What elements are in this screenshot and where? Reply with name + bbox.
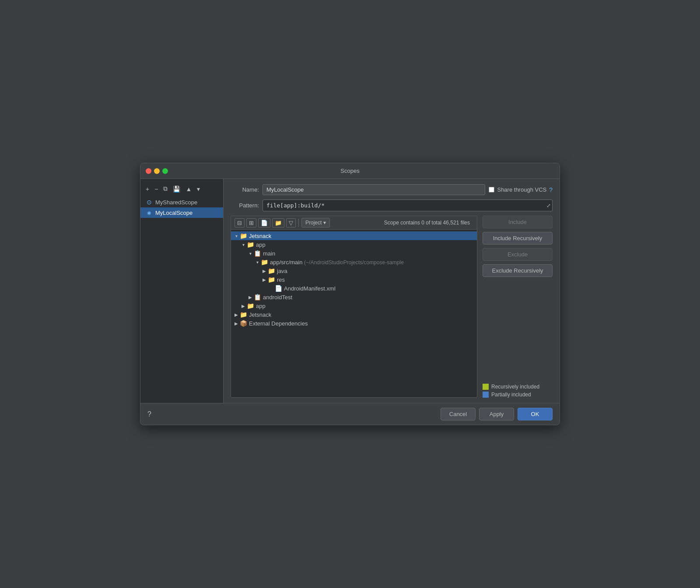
tree-row[interactable]: 📄 AndroidManifest.xml xyxy=(231,284,477,293)
scopes-dialog: Scopes + − ⧉ 💾 ▲ ▾ ⊙ MySharedScope ◉ MyL… xyxy=(140,163,560,425)
tree-row[interactable]: ▶ 📁 app xyxy=(231,301,477,310)
tree-content: ▾ 📁 Jetsnack ▾ 📁 app xyxy=(231,230,477,329)
tree-row[interactable]: ▾ 📁 app/src/main (~/AndroidStudioProject… xyxy=(231,258,477,266)
sidebar-toolbar: + − ⧉ 💾 ▲ ▾ xyxy=(140,182,223,195)
source-folder-icon: 📋 xyxy=(254,250,261,257)
vcs-label: Share through VCS xyxy=(497,186,546,193)
project-selector-button[interactable]: Project ▾ xyxy=(301,218,330,228)
folder-icon: 📁 xyxy=(268,267,275,274)
tree-arrow-icon: ▾ xyxy=(247,251,254,256)
tree-arrow-icon: ▾ xyxy=(254,260,261,265)
name-input[interactable] xyxy=(262,184,485,195)
tree-panel: ⊟ ⊞ 📄 📁 ▽ Project ▾ Scope contains 0 of … xyxy=(231,216,477,398)
tree-item-label: java xyxy=(277,268,287,274)
close-button[interactable] xyxy=(146,168,151,174)
side-buttons-panel: Include Include Recursively Exclude Excl… xyxy=(483,216,553,398)
dialog-body: + − ⧉ 💾 ▲ ▾ ⊙ MySharedScope ◉ MyLocalSco… xyxy=(140,179,560,403)
folder-icon: 📁 xyxy=(247,241,254,248)
sidebar-item-mylocalscope[interactable]: ◉ MyLocalScope xyxy=(140,207,223,218)
local-scope-label: MyLocalScope xyxy=(155,210,192,216)
include-recursively-button[interactable]: Include Recursively xyxy=(483,232,553,245)
maximize-button[interactable] xyxy=(162,168,168,174)
tree-arrow-icon: ▶ xyxy=(261,269,268,273)
tree-item-label: app/src/main (~/AndroidStudioProjects/co… xyxy=(270,259,404,266)
legend-item-recursive: Recursively included xyxy=(483,384,553,390)
tree-arrow-icon: ▶ xyxy=(247,295,254,300)
tree-row[interactable]: ▾ 📁 app xyxy=(231,240,477,249)
remove-scope-button[interactable]: − xyxy=(153,185,160,193)
vcs-check-wrap: Share through VCS ? xyxy=(489,186,553,193)
tree-row[interactable]: ▶ 📁 Jetsnack xyxy=(231,310,477,319)
tree-row[interactable]: ▶ 📁 java xyxy=(231,266,477,275)
name-row: Name: Share through VCS ? xyxy=(231,184,553,195)
scope-info: Scope contains 0 of total 46,521 files xyxy=(332,220,473,226)
tree-row[interactable]: ▶ 📁 res xyxy=(231,275,477,284)
vcs-help-icon[interactable]: ? xyxy=(549,186,553,193)
tree-arrow-icon: ▶ xyxy=(240,304,247,308)
tree-item-label: AndroidManifest.xml xyxy=(284,285,336,292)
title-bar: Scopes xyxy=(140,163,560,179)
folder-icon: 📁 xyxy=(268,276,275,283)
cancel-button[interactable]: Cancel xyxy=(441,408,476,420)
exclude-recursively-button[interactable]: Exclude Recursively xyxy=(483,264,553,277)
vcs-checkbox[interactable] xyxy=(489,187,494,192)
legend-item-partial: Partially included xyxy=(483,392,553,398)
collapse-all-button[interactable]: ⊟ xyxy=(234,218,245,228)
tree-item-label: app xyxy=(256,242,266,248)
move-down-button[interactable]: ▾ xyxy=(195,185,202,193)
pattern-expand-button[interactable]: ⤢ xyxy=(546,203,551,209)
content-area: ⊟ ⊞ 📄 📁 ▽ Project ▾ Scope contains 0 of … xyxy=(231,216,553,398)
tree-row[interactable]: ▾ 📁 Jetsnack xyxy=(231,231,477,240)
tree-item-label: Jetsnack xyxy=(249,312,271,318)
tree-row[interactable]: ▶ 📋 androidTest xyxy=(231,293,477,301)
pattern-label: Pattern: xyxy=(231,202,259,209)
project-selector-label: Project xyxy=(305,220,322,226)
pattern-input[interactable] xyxy=(262,200,553,211)
toolbar-separator xyxy=(298,219,299,227)
dialog-footer: ? Cancel Apply OK xyxy=(140,403,560,425)
expand-selected-button[interactable]: ⊞ xyxy=(246,218,256,228)
legend-panel: Recursively included Partially included xyxy=(483,384,553,398)
help-button[interactable]: ? xyxy=(147,410,151,418)
tree-item-label: External Dependencies xyxy=(249,320,308,327)
tree-arrow-icon: ▶ xyxy=(233,321,240,326)
minimize-button[interactable] xyxy=(154,168,160,174)
tree-toolbar: ⊟ ⊞ 📄 📁 ▽ Project ▾ Scope contains 0 of … xyxy=(231,216,477,230)
add-scope-button[interactable]: + xyxy=(144,185,151,193)
tree-row[interactable]: ▾ 📋 main xyxy=(231,249,477,258)
filter-button[interactable]: ▽ xyxy=(286,218,296,228)
pattern-input-wrap: ⤢ xyxy=(262,200,553,211)
legend-label-recursive: Recursively included xyxy=(491,384,539,390)
shared-scope-icon: ⊙ xyxy=(146,199,153,206)
folder-icon: 📁 xyxy=(261,259,268,266)
xml-file-icon: 📄 xyxy=(275,285,282,292)
shared-scope-label: MySharedScope xyxy=(155,199,197,206)
legend-color-recursive xyxy=(483,384,489,390)
pattern-row: Pattern: ⤢ xyxy=(231,200,553,211)
save-scope-button[interactable]: 💾 xyxy=(171,185,182,193)
legend-color-partial xyxy=(483,392,489,398)
dialog-title: Scopes xyxy=(340,168,359,174)
folder-icon: 📁 xyxy=(247,302,254,309)
copy-scope-button[interactable]: ⧉ xyxy=(161,184,169,193)
tree-arrow-icon: ▶ xyxy=(261,277,268,282)
tree-arrow-icon: ▾ xyxy=(233,234,240,238)
folder-icon: 📁 xyxy=(240,311,247,318)
source-folder-icon: 📋 xyxy=(254,294,261,301)
sidebar-item-mysharedscope[interactable]: ⊙ MySharedScope xyxy=(140,197,223,207)
move-up-button[interactable]: ▲ xyxy=(184,185,193,193)
tree-item-label: Jetsnack xyxy=(249,233,271,239)
mark-folder-button[interactable]: 📁 xyxy=(272,218,284,228)
name-label: Name: xyxy=(231,186,259,193)
mark-file-button[interactable]: 📄 xyxy=(258,218,270,228)
ok-button[interactable]: OK xyxy=(518,408,553,420)
exclude-button[interactable]: Exclude xyxy=(483,248,553,261)
tree-item-label: app xyxy=(256,303,266,309)
tree-arrow-icon: ▶ xyxy=(233,312,240,317)
include-button[interactable]: Include xyxy=(483,216,553,228)
tree-row[interactable]: ▶ 📦 External Dependencies xyxy=(231,319,477,328)
legend-label-partial: Partially included xyxy=(491,392,531,398)
apply-button[interactable]: Apply xyxy=(479,408,514,420)
window-controls xyxy=(146,168,168,174)
sidebar: + − ⧉ 💾 ▲ ▾ ⊙ MySharedScope ◉ MyLocalSco… xyxy=(140,179,224,403)
